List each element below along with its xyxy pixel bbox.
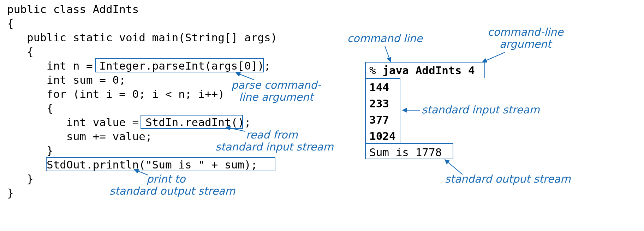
terminal-command-line: % java AddInts 4 [369, 64, 475, 77]
anno-command-arg: command-line argument [483, 26, 568, 50]
arrow-command-arg [482, 52, 505, 62]
code-line-13: } [7, 172, 34, 185]
stdin-value-2: 377 [369, 113, 389, 126]
terminal-prompt: % [369, 64, 382, 77]
terminal-output: Sum is 1778 [369, 146, 442, 159]
code-line-11: } [7, 144, 53, 157]
arrow-command-line [385, 46, 390, 62]
anno-parse-arg: parse command- line argument [230, 79, 322, 103]
code-line-3: public static void main(String[] args) [7, 31, 277, 44]
stdin-value-3: 1024 [369, 130, 396, 142]
terminal-command: java AddInts 4 [382, 64, 475, 77]
code-line-1: public class AddInts [7, 3, 139, 16]
code-line-8: { [7, 102, 53, 114]
box-println [46, 157, 275, 171]
arrow-stdout [445, 160, 463, 174]
code-line-4: { [7, 45, 34, 58]
anno-stdout-stream: standard output stream [445, 173, 572, 185]
stdin-value-1: 233 [369, 97, 389, 110]
box-readint [141, 115, 243, 129]
box-parseint [95, 58, 264, 72]
code-line-10: sum += value; [7, 130, 152, 143]
anno-read-stdin: read from standard input stream [215, 129, 328, 153]
stdin-value-0: 144 [369, 81, 389, 94]
code-line-7: for (int i = 0; i < n; i++) [7, 88, 225, 100]
anno-print-stdout: print to standard output stream [109, 173, 222, 197]
anno-stdin-stream: standard input stream [422, 104, 542, 116]
code-line-14: } [7, 186, 14, 199]
anno-command-line: command line [346, 32, 424, 45]
code-line-2: { [7, 17, 14, 30]
code-line-6: int sum = 0; [7, 73, 126, 86]
